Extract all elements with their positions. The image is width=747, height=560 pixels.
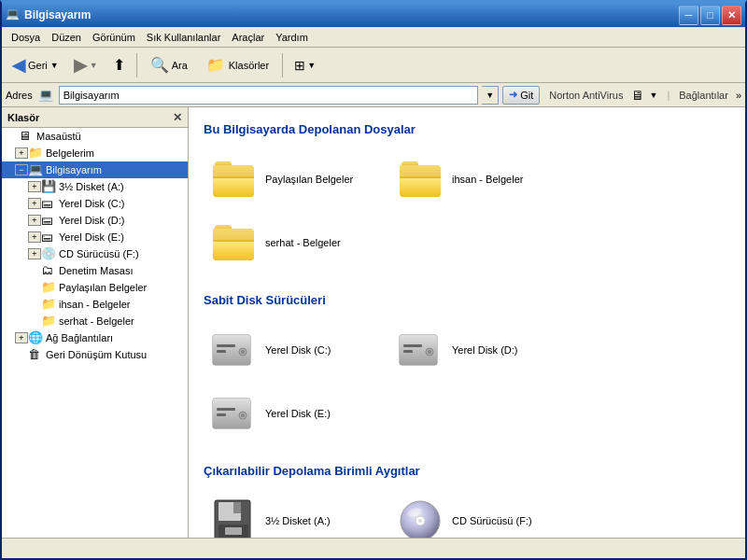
- sidebar-item-belgelerim[interactable]: + 📁 Belgelerim: [2, 145, 188, 161]
- sidebar-header-label: Klasör: [7, 112, 39, 123]
- folders-label: Klasörler: [229, 60, 269, 71]
- menu-duzen[interactable]: Düzen: [46, 30, 87, 45]
- ag-label: Ağ Bağlantıları: [46, 332, 113, 343]
- sidebar-item-denetim[interactable]: 🗂 Denetim Masası: [2, 262, 188, 279]
- expander-disk-c: +: [28, 198, 41, 209]
- sidebar-item-masaustu[interactable]: 🖥 Masaüstü: [2, 128, 188, 145]
- sidebar-item-ag[interactable]: + 🌐 Ağ Bağlantıları: [2, 329, 188, 346]
- go-button[interactable]: ➜ Git: [502, 86, 540, 105]
- svg-rect-2: [217, 344, 235, 347]
- search-button[interactable]: 🔍 Ara: [142, 51, 196, 79]
- drive-c-icon: [211, 328, 256, 372]
- bilgisayarim-label: Bilgisayarım: [46, 164, 102, 175]
- sidebar-item-floppy[interactable]: + 💾 3½ Disket (A:): [2, 178, 188, 195]
- masaustu-label: Masaüstü: [36, 131, 81, 142]
- search-label: Ara: [172, 60, 188, 71]
- content-area: Bu Bilgisayarda Depolanan Dosyalar Payla…: [189, 107, 745, 538]
- address-label: Adres: [6, 90, 33, 101]
- back-button[interactable]: ◀ Geri ▼: [6, 51, 65, 79]
- titlebar-buttons: ─ □ ✕: [679, 6, 741, 25]
- cd-f-label: CD Sürücüsü (F:): [452, 515, 532, 526]
- menu-sik-kullanilanlar[interactable]: Sık Kullanılanlar: [141, 30, 227, 45]
- floppy-icon: 💾: [41, 179, 56, 194]
- denetim-label: Denetim Masası: [59, 265, 133, 276]
- drives-grid: Yerel Disk (C:): [204, 318, 730, 445]
- drive-d[interactable]: Yerel Disk (D:): [390, 318, 577, 382]
- section2-title: Sabit Disk Sürücüleri: [204, 293, 730, 307]
- menu-araclar[interactable]: Araçlar: [226, 30, 270, 45]
- sidebar-item-disk-e[interactable]: + 🖴 Yerel Disk (E:): [2, 229, 188, 245]
- forward-button[interactable]: ▶ ▼: [67, 51, 105, 79]
- search-icon: 🔍: [150, 56, 169, 74]
- folder-paylasilan[interactable]: Paylaşılan Belgeler: [204, 147, 390, 211]
- menu-yardim[interactable]: Yardım: [270, 30, 314, 45]
- folder-serhat[interactable]: serhat - Belgeler: [204, 211, 390, 274]
- folder-ihsan-label: ihsan - Belgeler: [452, 174, 523, 185]
- sidebar-close-button[interactable]: ✕: [173, 111, 182, 124]
- drive-c[interactable]: Yerel Disk (C:): [204, 318, 390, 382]
- folders-button[interactable]: 📁 Klasörler: [198, 51, 277, 79]
- svg-point-17: [241, 413, 245, 417]
- more-button[interactable]: »: [736, 90, 741, 101]
- go-label: Git: [520, 90, 533, 101]
- menu-gorunum[interactable]: Görünüm: [87, 30, 141, 45]
- up-icon: ⬆: [113, 56, 125, 74]
- belgelerim-icon: 📁: [28, 146, 43, 161]
- view-dropdown-icon[interactable]: ▼: [307, 61, 316, 70]
- section1-title: Bu Bilgisayarda Depolanan Dosyalar: [204, 122, 730, 136]
- up-button[interactable]: ⬆: [106, 51, 132, 79]
- minimize-button[interactable]: ─: [679, 6, 698, 25]
- removable-grid: 3½ Disket (A:): [204, 489, 730, 538]
- masaustu-icon: 🖥: [19, 129, 34, 144]
- sidebar-item-cd[interactable]: + 💿 CD Sürücüsü (F:): [2, 245, 188, 262]
- menubar: Dosya Düzen Görünüm Sık Kullanılanlar Ar…: [2, 27, 745, 48]
- view-icon: ⊞: [294, 58, 305, 73]
- floppy-a[interactable]: 3½ Disket (A:): [204, 489, 390, 538]
- svg-rect-8: [403, 344, 422, 347]
- view-button[interactable]: ⊞ ▼: [288, 51, 322, 79]
- sidebar-item-bilgisayarim[interactable]: − 💻 Bilgisayarım: [2, 161, 188, 178]
- maximize-button[interactable]: □: [700, 6, 720, 25]
- sidebar-item-paylasilan-belgeler[interactable]: 📁 Paylaşılan Belgeler: [2, 279, 188, 296]
- sidebar-item-ihsan[interactable]: 📁 ihsan - Belgeler: [2, 296, 188, 313]
- sidebar-item-geri[interactable]: 🗑 Geri Dönüşüm Kutusu: [2, 346, 188, 363]
- back-dropdown-icon[interactable]: ▼: [50, 61, 59, 70]
- menu-dosya[interactable]: Dosya: [6, 30, 46, 45]
- expander-disk-d: +: [28, 215, 41, 226]
- cd-icon: 💿: [41, 246, 56, 261]
- drive-e-label: Yerel Disk (E:): [265, 408, 331, 419]
- connections-label: Bağlantılar: [679, 90, 728, 101]
- folder-ihsan[interactable]: ihsan - Belgeler: [390, 147, 577, 211]
- norton-label: Norton AntiVirus: [549, 90, 623, 101]
- ag-icon: 🌐: [28, 330, 43, 345]
- ihsan-icon: 📁: [41, 297, 56, 312]
- drive-d-label: Yerel Disk (D:): [452, 344, 518, 356]
- disk-d-label: Yerel Disk (D:): [59, 215, 125, 226]
- drive-c-label: Yerel Disk (C:): [265, 344, 331, 356]
- statusbar: [2, 538, 745, 558]
- address-input[interactable]: [63, 90, 473, 101]
- go-arrow-icon: ➜: [509, 89, 517, 101]
- expander-belgelerim: +: [15, 147, 28, 159]
- toolbar-separator-1: [136, 53, 137, 77]
- paylasilan-label: Paylaşılan Belgeler: [59, 282, 147, 293]
- sidebar-item-serhat[interactable]: 📁 serhat - Belgeler: [2, 313, 188, 329]
- sidebar-item-disk-c[interactable]: + 🖴 Yerel Disk (C:): [2, 195, 188, 212]
- sidebar-item-disk-d[interactable]: + 🖴 Yerel Disk (D:): [2, 212, 188, 229]
- address-dropdown-button[interactable]: ▼: [482, 86, 499, 105]
- toolbar: ◀ Geri ▼ ▶ ▼ ⬆ 🔍 Ara 📁 Klasörler ⊞ ▼: [2, 48, 745, 83]
- norton-pc-icon: 🖥: [631, 88, 644, 103]
- forward-arrow-icon: ▶: [74, 55, 87, 76]
- back-arrow-icon: ◀: [12, 55, 25, 76]
- drive-e[interactable]: Yerel Disk (E:): [204, 382, 390, 445]
- cd-f[interactable]: CD Sürücüsü (F:): [390, 489, 577, 538]
- close-button[interactable]: ✕: [722, 6, 741, 25]
- norton-dropdown-icon[interactable]: ▼: [650, 91, 658, 100]
- address-computer-icon: 💻: [38, 88, 53, 102]
- folders-icon: 📁: [206, 56, 225, 74]
- ihsan-label: ihsan - Belgeler: [59, 299, 130, 310]
- bilgisayarim-icon: 💻: [28, 162, 43, 177]
- forward-dropdown-icon[interactable]: ▼: [90, 61, 98, 70]
- svg-point-5: [241, 350, 245, 354]
- serhat-label: serhat - Belgeler: [59, 315, 134, 327]
